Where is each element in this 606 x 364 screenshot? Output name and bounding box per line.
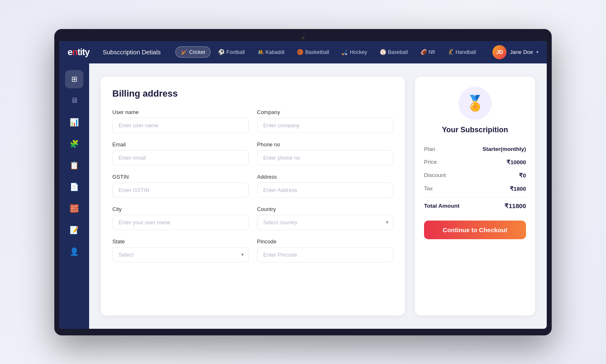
tab-football[interactable]: ⚽ Football [213,47,250,57]
email-label: Email [112,141,249,148]
basketball-icon: 🏀 [297,49,303,55]
username-input[interactable] [112,118,249,133]
form-group-phone: Phone no [257,141,393,165]
app-body: ⊞ 🖥 📊 🧩 📋 📄 🧱 [59,63,547,329]
sidebar-item-puzzle[interactable]: 🧩 [65,135,83,153]
city-input[interactable] [112,215,249,230]
subscription-summary-card: 🏅 Your Subscripition Plan Starter(monthl… [415,77,535,315]
sub-plan-row: Plan Starter(monthly) [424,143,526,155]
main-content: Billing address User name Company [89,63,547,329]
address-label: Address [257,174,393,180]
laptop-screen: entity Subsccription Detials 🏏 Cricket ⚽… [59,41,547,329]
total-label: Total Amount [424,203,459,209]
tab-hockey-label: Hockey [350,49,367,55]
top-nav: entity Subsccription Detials 🏏 Cricket ⚽… [59,41,547,63]
sub-tax-row: Tax ₹1800 [424,182,526,195]
tab-kabaddi-label: Kabaddi [266,49,285,55]
gstin-label: GSTIN [112,174,249,180]
sidebar-item-modules[interactable]: 🧱 [65,199,83,218]
tab-hockey[interactable]: 🏑 Hockey [337,47,372,57]
form-group-pincode: Pincode [257,238,393,262]
clipboard-icon: 📋 [70,161,79,170]
hockey-icon: 🏑 [342,49,348,55]
handball-icon: 🤾 [447,49,454,55]
address-input[interactable] [257,182,393,198]
sidebar-item-person[interactable]: 👤 [65,243,83,261]
avatar: JD [492,45,507,59]
form-row-5: State Select Maharashtra Delhi Karnataka [112,238,393,262]
sidebar-item-chart[interactable]: 📊 [65,113,83,131]
sidebar-item-clipboard[interactable]: 📋 [65,156,83,175]
company-input[interactable] [257,118,393,133]
form-row-4: City Country Select country India United… [112,206,393,230]
plan-value: Starter(monthly) [482,146,526,152]
tab-football-label: Football [226,49,245,55]
form-group-company: Company [257,109,393,133]
form-group-gstin: GSTIN [112,174,249,198]
gstin-input[interactable] [112,182,249,198]
nfl-icon: 🏈 [420,49,427,55]
email-input[interactable] [112,150,249,165]
sub-discount-row: Discount ₹0 [424,169,526,182]
tab-basketball[interactable]: 🏀 Basketball [292,47,334,57]
chevron-down-icon: ▾ [536,50,538,54]
cricket-icon: 🏏 [181,49,187,55]
phone-label: Phone no [257,141,393,148]
form-group-city: City [112,206,249,230]
subscription-badge-icon: 🏅 [458,87,492,120]
tab-nfl-label: Nfl [429,49,435,55]
country-select-wrapper: Select country India United States Unite… [257,215,393,230]
form-group-address: Address [257,174,393,198]
tab-handball-label: Handball [456,49,476,55]
tab-kabaddi[interactable]: 🤼 Kabaddi [252,47,290,57]
discount-value: ₹0 [519,172,526,179]
tab-handball[interactable]: 🤾 Handball [442,47,481,57]
sidebar-item-monitor[interactable]: 🖥 [65,92,83,110]
form-group-email: Email [112,141,249,165]
country-select[interactable]: Select country India United States Unite… [257,215,393,230]
user-name-label: Jane Doe [510,49,533,55]
logo-text: entity [68,47,90,58]
total-value: ₹11800 [504,202,526,210]
price-value: ₹10000 [507,159,526,165]
checkout-button[interactable]: Continue to Checkout [424,221,526,239]
subscription-title: Your Subscripition [424,126,526,134]
billing-form-card: Billing address User name Company [101,77,405,315]
document-icon: 📄 [70,182,79,192]
form-group-country: Country Select country India United Stat… [257,206,393,230]
pincode-label: Pincode [257,238,393,245]
laptop-base [59,329,547,335]
discount-label: Discount [424,172,446,178]
sidebar-item-document[interactable]: 📄 [65,178,83,196]
chart-icon: 📊 [70,118,79,127]
form-group-username: User name [112,109,249,133]
monitor-icon: 🖥 [70,96,78,105]
tax-label: Tax [424,185,433,192]
sub-total-row: Total Amount ₹11800 [424,197,526,213]
sidebar-item-dashboard[interactable]: ⊞ [65,70,83,88]
company-label: Company [257,109,393,115]
puzzle-icon: 🧩 [70,139,79,148]
tab-nfl[interactable]: 🏈 Nfl [415,47,440,57]
user-menu[interactable]: JD Jane Doe ▾ [492,45,538,59]
tab-baseball[interactable]: ⚾ Baseball [375,47,413,57]
tab-cricket-label: Cricket [189,49,205,55]
state-select[interactable]: Select Maharashtra Delhi Karnataka [112,247,249,262]
sidebar-item-list[interactable]: 📝 [65,221,83,239]
person-icon: 👤 [70,247,79,256]
laptop-frame: entity Subsccription Detials 🏏 Cricket ⚽… [54,29,552,335]
subscription-icon-area: 🏅 [424,87,526,120]
state-select-wrapper: Select Maharashtra Delhi Karnataka [112,247,249,262]
phone-input[interactable] [257,150,393,165]
pincode-input[interactable] [257,247,393,262]
form-row-1: User name Company [112,109,393,133]
tab-cricket[interactable]: 🏏 Cricket [175,46,211,58]
dashboard-icon: ⊞ [71,75,78,84]
billing-title: Billing address [112,88,393,99]
price-label: Price [424,159,437,165]
page-title: Subsccription Detials [103,49,161,56]
kabaddi-icon: 🤼 [257,49,264,55]
plan-label: Plan [424,146,435,152]
sub-price-row: Price ₹10000 [424,155,526,169]
city-label: City [112,206,249,212]
